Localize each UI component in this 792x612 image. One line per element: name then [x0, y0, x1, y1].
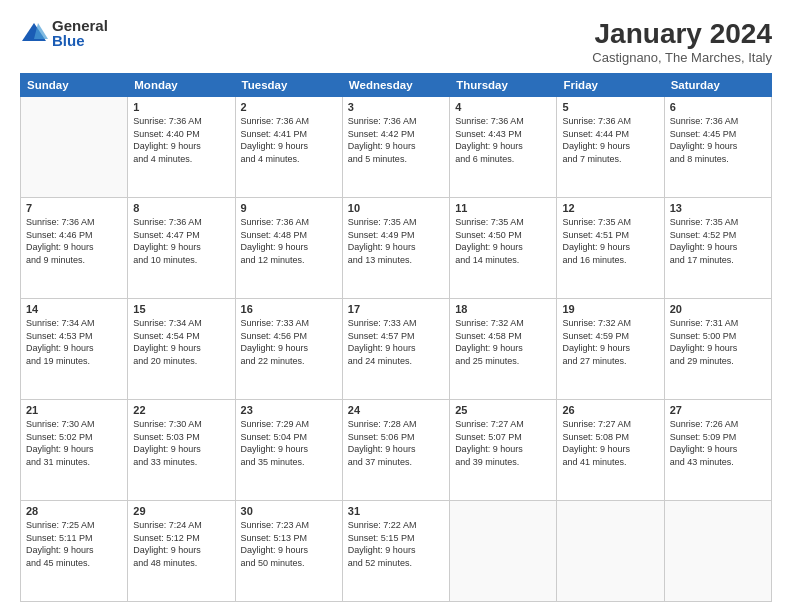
day-cell: 6Sunrise: 7:36 AM Sunset: 4:45 PM Daylig… [664, 97, 771, 198]
day-info: Sunrise: 7:36 AM Sunset: 4:47 PM Dayligh… [133, 216, 229, 266]
day-number: 18 [455, 303, 551, 315]
day-number: 4 [455, 101, 551, 113]
day-cell: 25Sunrise: 7:27 AM Sunset: 5:07 PM Dayli… [450, 400, 557, 501]
day-number: 7 [26, 202, 122, 214]
logo-blue: Blue [52, 33, 108, 48]
svg-marker-1 [34, 23, 48, 39]
day-cell: 11Sunrise: 7:35 AM Sunset: 4:50 PM Dayli… [450, 198, 557, 299]
day-number: 22 [133, 404, 229, 416]
day-cell: 24Sunrise: 7:28 AM Sunset: 5:06 PM Dayli… [342, 400, 449, 501]
day-cell [664, 501, 771, 602]
day-cell [450, 501, 557, 602]
day-cell: 2Sunrise: 7:36 AM Sunset: 4:41 PM Daylig… [235, 97, 342, 198]
day-number: 12 [562, 202, 658, 214]
day-number: 20 [670, 303, 766, 315]
day-number: 1 [133, 101, 229, 113]
header: General Blue January 2024 Castignano, Th… [20, 18, 772, 65]
day-info: Sunrise: 7:25 AM Sunset: 5:11 PM Dayligh… [26, 519, 122, 569]
header-cell-monday: Monday [128, 74, 235, 97]
day-info: Sunrise: 7:27 AM Sunset: 5:08 PM Dayligh… [562, 418, 658, 468]
header-cell-saturday: Saturday [664, 74, 771, 97]
day-number: 8 [133, 202, 229, 214]
day-info: Sunrise: 7:34 AM Sunset: 4:54 PM Dayligh… [133, 317, 229, 367]
day-cell: 17Sunrise: 7:33 AM Sunset: 4:57 PM Dayli… [342, 299, 449, 400]
title-block: January 2024 Castignano, The Marches, It… [592, 18, 772, 65]
day-cell: 4Sunrise: 7:36 AM Sunset: 4:43 PM Daylig… [450, 97, 557, 198]
day-number: 2 [241, 101, 337, 113]
day-number: 13 [670, 202, 766, 214]
week-row-1: 1Sunrise: 7:36 AM Sunset: 4:40 PM Daylig… [21, 97, 772, 198]
day-number: 16 [241, 303, 337, 315]
day-cell: 18Sunrise: 7:32 AM Sunset: 4:58 PM Dayli… [450, 299, 557, 400]
day-info: Sunrise: 7:35 AM Sunset: 4:52 PM Dayligh… [670, 216, 766, 266]
day-number: 27 [670, 404, 766, 416]
day-number: 28 [26, 505, 122, 517]
page: General Blue January 2024 Castignano, Th… [0, 0, 792, 612]
day-cell [557, 501, 664, 602]
day-info: Sunrise: 7:29 AM Sunset: 5:04 PM Dayligh… [241, 418, 337, 468]
week-row-2: 7Sunrise: 7:36 AM Sunset: 4:46 PM Daylig… [21, 198, 772, 299]
day-cell: 1Sunrise: 7:36 AM Sunset: 4:40 PM Daylig… [128, 97, 235, 198]
day-info: Sunrise: 7:24 AM Sunset: 5:12 PM Dayligh… [133, 519, 229, 569]
day-info: Sunrise: 7:22 AM Sunset: 5:15 PM Dayligh… [348, 519, 444, 569]
day-cell: 13Sunrise: 7:35 AM Sunset: 4:52 PM Dayli… [664, 198, 771, 299]
day-info: Sunrise: 7:34 AM Sunset: 4:53 PM Dayligh… [26, 317, 122, 367]
day-number: 23 [241, 404, 337, 416]
day-cell [21, 97, 128, 198]
header-cell-sunday: Sunday [21, 74, 128, 97]
logo-general: General [52, 18, 108, 33]
month-title: January 2024 [592, 18, 772, 50]
day-cell: 7Sunrise: 7:36 AM Sunset: 4:46 PM Daylig… [21, 198, 128, 299]
day-number: 14 [26, 303, 122, 315]
day-cell: 8Sunrise: 7:36 AM Sunset: 4:47 PM Daylig… [128, 198, 235, 299]
day-cell: 3Sunrise: 7:36 AM Sunset: 4:42 PM Daylig… [342, 97, 449, 198]
day-cell: 27Sunrise: 7:26 AM Sunset: 5:09 PM Dayli… [664, 400, 771, 501]
day-number: 29 [133, 505, 229, 517]
header-cell-tuesday: Tuesday [235, 74, 342, 97]
day-cell: 5Sunrise: 7:36 AM Sunset: 4:44 PM Daylig… [557, 97, 664, 198]
day-cell: 31Sunrise: 7:22 AM Sunset: 5:15 PM Dayli… [342, 501, 449, 602]
day-number: 26 [562, 404, 658, 416]
day-cell: 19Sunrise: 7:32 AM Sunset: 4:59 PM Dayli… [557, 299, 664, 400]
day-info: Sunrise: 7:27 AM Sunset: 5:07 PM Dayligh… [455, 418, 551, 468]
day-cell: 29Sunrise: 7:24 AM Sunset: 5:12 PM Dayli… [128, 501, 235, 602]
day-info: Sunrise: 7:35 AM Sunset: 4:51 PM Dayligh… [562, 216, 658, 266]
day-info: Sunrise: 7:36 AM Sunset: 4:48 PM Dayligh… [241, 216, 337, 266]
day-info: Sunrise: 7:36 AM Sunset: 4:44 PM Dayligh… [562, 115, 658, 165]
day-cell: 16Sunrise: 7:33 AM Sunset: 4:56 PM Dayli… [235, 299, 342, 400]
header-cell-wednesday: Wednesday [342, 74, 449, 97]
day-cell: 9Sunrise: 7:36 AM Sunset: 4:48 PM Daylig… [235, 198, 342, 299]
day-number: 30 [241, 505, 337, 517]
day-number: 15 [133, 303, 229, 315]
day-number: 11 [455, 202, 551, 214]
day-info: Sunrise: 7:28 AM Sunset: 5:06 PM Dayligh… [348, 418, 444, 468]
day-info: Sunrise: 7:35 AM Sunset: 4:49 PM Dayligh… [348, 216, 444, 266]
day-cell: 22Sunrise: 7:30 AM Sunset: 5:03 PM Dayli… [128, 400, 235, 501]
day-cell: 26Sunrise: 7:27 AM Sunset: 5:08 PM Dayli… [557, 400, 664, 501]
subtitle: Castignano, The Marches, Italy [592, 50, 772, 65]
day-number: 19 [562, 303, 658, 315]
day-number: 17 [348, 303, 444, 315]
day-info: Sunrise: 7:36 AM Sunset: 4:40 PM Dayligh… [133, 115, 229, 165]
day-cell: 28Sunrise: 7:25 AM Sunset: 5:11 PM Dayli… [21, 501, 128, 602]
logo-text: General Blue [52, 18, 108, 48]
day-info: Sunrise: 7:23 AM Sunset: 5:13 PM Dayligh… [241, 519, 337, 569]
day-cell: 10Sunrise: 7:35 AM Sunset: 4:49 PM Dayli… [342, 198, 449, 299]
day-number: 25 [455, 404, 551, 416]
day-number: 6 [670, 101, 766, 113]
calendar-table: SundayMondayTuesdayWednesdayThursdayFrid… [20, 73, 772, 602]
header-cell-friday: Friday [557, 74, 664, 97]
day-cell: 20Sunrise: 7:31 AM Sunset: 5:00 PM Dayli… [664, 299, 771, 400]
header-row: SundayMondayTuesdayWednesdayThursdayFrid… [21, 74, 772, 97]
day-number: 10 [348, 202, 444, 214]
day-info: Sunrise: 7:35 AM Sunset: 4:50 PM Dayligh… [455, 216, 551, 266]
header-cell-thursday: Thursday [450, 74, 557, 97]
day-info: Sunrise: 7:33 AM Sunset: 4:56 PM Dayligh… [241, 317, 337, 367]
day-number: 3 [348, 101, 444, 113]
day-info: Sunrise: 7:30 AM Sunset: 5:02 PM Dayligh… [26, 418, 122, 468]
day-info: Sunrise: 7:36 AM Sunset: 4:41 PM Dayligh… [241, 115, 337, 165]
day-cell: 21Sunrise: 7:30 AM Sunset: 5:02 PM Dayli… [21, 400, 128, 501]
week-row-4: 21Sunrise: 7:30 AM Sunset: 5:02 PM Dayli… [21, 400, 772, 501]
day-info: Sunrise: 7:32 AM Sunset: 4:59 PM Dayligh… [562, 317, 658, 367]
logo: General Blue [20, 18, 108, 48]
